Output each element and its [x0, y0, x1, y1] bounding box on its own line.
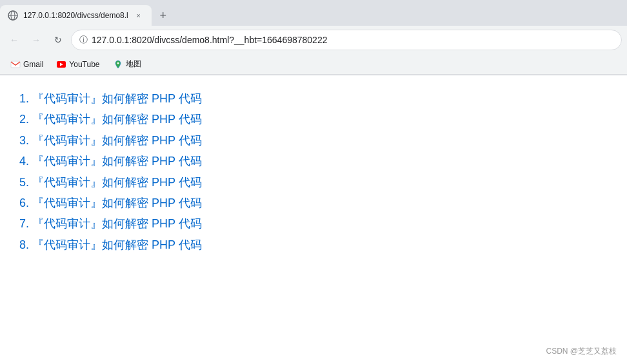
bookmarks-bar: Gmail YouTube 地图: [0, 54, 627, 75]
tab-close-button[interactable]: ×: [134, 10, 144, 21]
bookmark-youtube[interactable]: YouTube: [51, 58, 104, 71]
svg-rect-3: [11, 61, 20, 68]
watermark: CSDN @芝芝又荔枝: [546, 346, 617, 357]
list-item[interactable]: 『代码审计』如何解密 PHP 代码: [32, 130, 608, 151]
maps-icon: [113, 59, 123, 70]
youtube-icon: [56, 59, 66, 70]
list-item[interactable]: 『代码审计』如何解密 PHP 代码: [32, 213, 608, 234]
bookmark-gmail-label: Gmail: [23, 60, 43, 69]
list-item[interactable]: 『代码审计』如何解密 PHP 代码: [32, 109, 608, 129]
browser-toolbar: ← → ↻ ⓘ: [0, 26, 627, 54]
svg-point-6: [117, 62, 119, 64]
list-item[interactable]: 『代码审计』如何解密 PHP 代码: [32, 172, 608, 193]
tab-title: 127.0.0.1:8020/divcss/demo8.l: [23, 11, 128, 20]
bookmark-maps[interactable]: 地图: [108, 57, 146, 71]
list-item[interactable]: 『代码审计』如何解密 PHP 代码: [32, 193, 608, 213]
address-bar-container: ⓘ: [71, 30, 622, 50]
tab-favicon-icon: [8, 10, 18, 21]
tab-bar: 127.0.0.1:8020/divcss/demo8.l × +: [0, 0, 627, 26]
new-tab-button[interactable]: +: [154, 6, 172, 24]
reload-button[interactable]: ↻: [49, 31, 67, 49]
active-tab[interactable]: 127.0.0.1:8020/divcss/demo8.l ×: [0, 5, 152, 26]
list-item[interactable]: 『代码审计』如何解密 PHP 代码: [32, 88, 608, 109]
security-icon: ⓘ: [79, 34, 88, 46]
bookmark-youtube-label: YouTube: [69, 60, 99, 69]
list-item[interactable]: 『代码审计』如何解密 PHP 代码: [32, 151, 608, 171]
list-item[interactable]: 『代码审计』如何解密 PHP 代码: [32, 235, 608, 255]
gmail-icon: [10, 59, 21, 70]
forward-button[interactable]: →: [27, 31, 45, 49]
bookmark-gmail[interactable]: Gmail: [5, 58, 48, 71]
bookmark-maps-label: 地图: [126, 59, 141, 70]
article-list: 『代码审计』如何解密 PHP 代码『代码审计』如何解密 PHP 代码『代码审计』…: [19, 88, 608, 255]
page-content: 『代码审计』如何解密 PHP 代码『代码审计』如何解密 PHP 代码『代码审计』…: [0, 75, 627, 364]
address-bar[interactable]: [92, 35, 613, 45]
back-button[interactable]: ←: [5, 31, 23, 49]
